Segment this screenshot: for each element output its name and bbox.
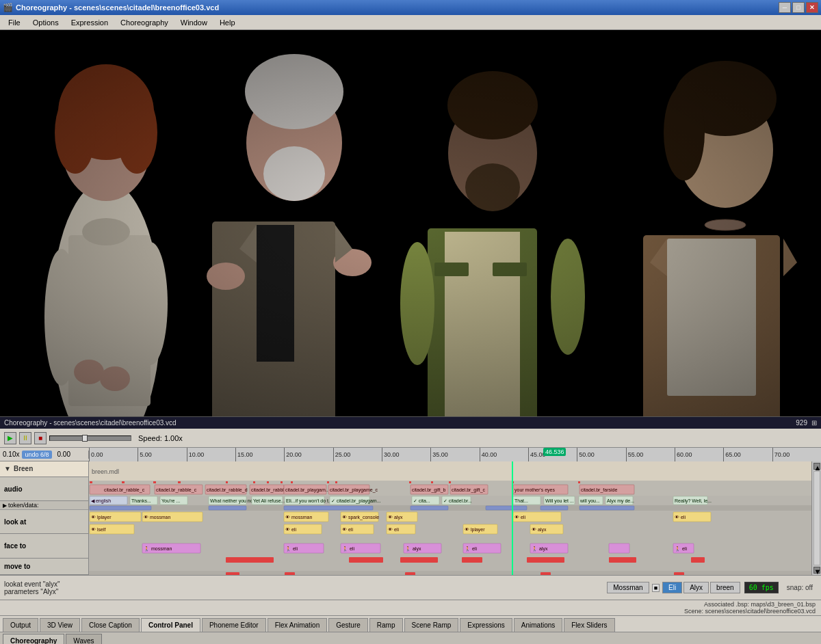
svg-rect-126 — [579, 506, 634, 510]
ruler-tick: 25.00 — [333, 448, 351, 461]
actor-tab-mossman[interactable]: Mossman — [607, 582, 649, 593]
menu-expression[interactable]: Expression — [66, 17, 114, 28]
tab-3dview[interactable]: 3D View — [40, 618, 80, 632]
ruler-tick: 30.00 — [382, 448, 400, 461]
tab-flex-animation[interactable]: Flex Animation — [268, 618, 328, 632]
actor-name-label: Breen — [14, 465, 33, 472]
svg-text:🚶 eli: 🚶 eli — [342, 546, 354, 552]
menu-help[interactable]: Help — [214, 17, 241, 28]
svg-text:🚶 eli: 🚶 eli — [285, 546, 298, 552]
tab-ramp[interactable]: Ramp — [369, 618, 403, 632]
scene-tabs: Choreography Waves — [0, 632, 821, 644]
svg-text:Eli...if you won't do t...: Eli...if you won't do t... — [286, 498, 333, 504]
svg-rect-170 — [226, 557, 274, 563]
svg-text:Will you let ...: Will you let ... — [545, 498, 574, 504]
svg-rect-40 — [89, 461, 811, 481]
titlebar-buttons: ─ □ ✕ — [779, 2, 818, 13]
svg-rect-124 — [486, 506, 527, 510]
svg-rect-177 — [89, 571, 811, 575]
window-title: Choreography - scenes\scenes\citadel\bre… — [16, 3, 219, 12]
svg-text:your mother's eyes: your mother's eyes — [514, 487, 555, 493]
track-faceto-label: face to — [0, 534, 88, 558]
svg-rect-82 — [431, 481, 433, 483]
actor-tab-mossman-icons: ■ — [651, 582, 661, 593]
tab-close-caption[interactable]: Close Caption — [81, 618, 140, 632]
ruler-tick: 0.00 — [89, 448, 103, 461]
undo-indicator: undo 6/8 — [22, 451, 51, 459]
svg-rect-55 — [122, 481, 125, 483]
scene-tab-waves[interactable]: Waves — [66, 634, 101, 645]
ruler-tick: 20.00 — [284, 448, 302, 461]
expand-icon-token[interactable]: ▶ — [3, 502, 7, 509]
titlebar-left: 🎬 Choreography - scenes\scenes\citadel\b… — [3, 3, 219, 12]
svg-rect-83 — [449, 481, 451, 483]
scene-tab-choreography[interactable]: Choreography — [3, 634, 64, 645]
pause-button[interactable]: ⏸ — [19, 432, 31, 444]
menu-file[interactable]: File — [3, 17, 26, 28]
svg-rect-57 — [178, 481, 181, 483]
expand-icon[interactable]: ⊞ — [811, 419, 817, 427]
timeline-ruler[interactable]: 46.536 0.005.0010.0015.0020.0025.0030.00… — [89, 448, 821, 461]
svg-rect-175 — [609, 557, 636, 563]
ruler-tick: 10.00 — [187, 448, 205, 461]
fps-display: 60 fps — [744, 582, 779, 593]
scrubber-thumb[interactable] — [82, 435, 88, 442]
svg-text:✓ cita...: ✓ cita... — [413, 498, 430, 503]
scroll-track — [813, 471, 820, 565]
timeline-scrubber[interactable] — [49, 435, 131, 441]
svg-text:👁 lplayer: 👁 lplayer — [465, 527, 485, 533]
tab-phoneme-editor[interactable]: Phoneme Editor — [202, 618, 266, 632]
svg-text:◀ english: ◀ english — [91, 498, 111, 504]
minimize-button[interactable]: ─ — [779, 2, 791, 13]
app-icon: 🎬 — [3, 3, 13, 12]
tab-flex-sliders[interactable]: Flex Sliders — [564, 618, 614, 632]
tab-gesture[interactable]: Gesture — [328, 618, 368, 632]
scroll-up[interactable]: ▲ — [813, 463, 820, 470]
menu-window[interactable]: Window — [175, 17, 213, 28]
tab-output[interactable]: Output — [3, 618, 38, 632]
actor-breen-label: ▼ Breen — [0, 461, 88, 477]
svg-rect-122 — [284, 506, 373, 510]
ruler-tick: 15.00 — [235, 448, 253, 461]
scroll-down[interactable]: ▼ — [813, 567, 820, 574]
actor-icon-1[interactable]: ■ — [652, 584, 660, 592]
svg-text:👁 lself: 👁 lself — [91, 527, 105, 532]
stop-button[interactable]: ■ — [34, 432, 47, 444]
tracks-content: breen.mdl — [89, 461, 811, 575]
svg-rect-180 — [405, 572, 415, 575]
event-params: parameters "Alyx" — [4, 588, 60, 595]
svg-rect-76 — [335, 481, 337, 483]
tab-scene-ramp[interactable]: Scene Ramp — [404, 618, 459, 632]
ruler-tick: 50.00 — [577, 448, 595, 461]
actor-tab-eli[interactable]: Eli — [662, 582, 682, 593]
actor-tab-breen[interactable]: breen — [710, 582, 740, 593]
svg-text:👁 eli: 👁 eli — [675, 515, 686, 520]
svg-rect-75 — [327, 481, 329, 483]
svg-rect-56 — [153, 481, 156, 483]
svg-rect-67 — [253, 481, 255, 483]
event-name: lookat event "alyx" — [4, 580, 60, 588]
collapse-icon[interactable]: ▼ — [4, 465, 11, 472]
menu-choreography[interactable]: Choreography — [115, 17, 174, 28]
tab-animations[interactable]: Animations — [514, 618, 562, 632]
timeline-ruler-row: 0.10x undo 6/8 0.00 46.536 0.005.0010.00… — [0, 448, 821, 461]
actor-tab-alyx[interactable]: Alyx — [683, 582, 709, 593]
svg-text:🚶 eli: 🚶 eli — [465, 546, 477, 552]
svg-text:breen.mdl: breen.mdl — [92, 468, 119, 475]
svg-rect-74 — [291, 481, 293, 483]
svg-rect-173 — [462, 557, 482, 563]
tab-control-panel[interactable]: Control Panel — [141, 618, 200, 632]
play-button[interactable]: ▶ — [4, 432, 16, 444]
menu-options[interactable]: Options — [27, 17, 64, 28]
timeline-vscroll[interactable]: ▲ ▼ — [811, 461, 821, 575]
track-audio-label: audio — [0, 477, 88, 501]
track-token-label: ▶token/data: — [0, 501, 88, 510]
close-button[interactable]: ✕ — [806, 2, 818, 13]
svg-text:👁 spark_console: 👁 spark_console — [342, 515, 379, 520]
speed-label: Speed: 1.00x — [138, 434, 183, 442]
maximize-button[interactable]: □ — [792, 2, 805, 13]
bsp-path: Associated .bsp: maps\d3_breen_01.bsp — [5, 601, 816, 608]
svg-text:citadel.br_playgame_c: citadel.br_playgame_c — [330, 487, 378, 493]
tab-expressions[interactable]: Expressions — [460, 618, 512, 632]
svg-text:Yet Ali refuse...: Yet Ali refuse... — [253, 498, 285, 503]
